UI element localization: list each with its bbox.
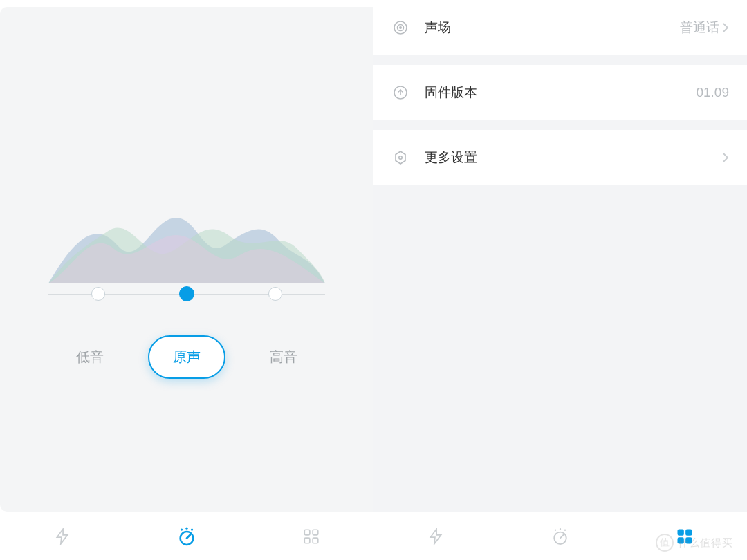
- arrow-up-circle-icon: [391, 84, 409, 102]
- row-label: 固件版本: [425, 84, 477, 102]
- row-label: 更多设置: [425, 149, 477, 167]
- svg-point-15: [560, 528, 561, 530]
- svg-rect-7: [313, 538, 318, 543]
- row-firmware[interactable]: 固件版本 01.09: [374, 65, 747, 120]
- tab-grid[interactable]: [674, 526, 695, 547]
- svg-rect-19: [678, 537, 684, 543]
- eq-button-original[interactable]: 原声: [148, 335, 225, 379]
- divider: [374, 55, 747, 65]
- settings-list: 声场 普通话 固件版本 01.09 更多设置: [374, 0, 747, 512]
- svg-point-12: [399, 156, 402, 159]
- slider-knob-bass[interactable]: [91, 287, 105, 301]
- slider-knob-original[interactable]: [179, 286, 194, 301]
- eq-wave-graphic: [48, 180, 325, 283]
- grid-icon: [675, 527, 694, 546]
- row-value: 普通话: [680, 19, 719, 37]
- eq-screen: 低音 原声 高音: [0, 7, 374, 512]
- row-more-settings[interactable]: 更多设置: [374, 130, 747, 185]
- chevron-right-icon: [722, 22, 729, 33]
- svg-rect-20: [685, 537, 692, 543]
- svg-point-10: [400, 27, 401, 28]
- left-panel: 低音 原声 高音: [0, 0, 374, 560]
- svg-rect-6: [304, 538, 310, 543]
- row-sound-field[interactable]: 声场 普通话: [374, 0, 747, 55]
- svg-rect-18: [685, 529, 692, 535]
- svg-point-14: [555, 529, 556, 530]
- right-panel: 声场 普通话 固件版本 01.09 更多设置: [374, 0, 747, 560]
- divider: [374, 120, 747, 130]
- hex-gear-icon: [391, 149, 409, 167]
- gauge-icon: [551, 527, 570, 546]
- grid-icon: [302, 528, 320, 545]
- eq-button-row: 低音 原声 高音: [0, 335, 374, 379]
- right-tabbar: [374, 512, 747, 560]
- svg-point-2: [185, 527, 187, 529]
- filler: [374, 185, 747, 512]
- bolt-icon: [53, 528, 71, 545]
- tab-grid[interactable]: [301, 526, 322, 547]
- tab-quick[interactable]: [425, 526, 446, 547]
- tab-quick[interactable]: [52, 526, 73, 547]
- eq-slider[interactable]: [48, 283, 325, 304]
- eq-button-bass[interactable]: 低音: [53, 337, 127, 377]
- slider-knob-treble[interactable]: [268, 287, 282, 301]
- svg-point-1: [181, 528, 183, 530]
- svg-rect-17: [678, 529, 684, 535]
- tab-eq[interactable]: [550, 526, 571, 547]
- row-label: 声场: [425, 19, 451, 37]
- svg-point-16: [564, 529, 566, 530]
- svg-rect-5: [313, 530, 318, 535]
- gauge-icon: [176, 526, 197, 547]
- svg-point-3: [191, 528, 193, 530]
- tab-eq[interactable]: [176, 526, 197, 547]
- left-tabbar: [0, 512, 374, 560]
- eq-button-treble[interactable]: 高音: [246, 337, 321, 377]
- chevron-right-icon: [722, 152, 729, 163]
- row-value: 01.09: [696, 85, 729, 100]
- target-icon: [391, 19, 409, 37]
- bolt-icon: [427, 528, 445, 545]
- svg-rect-4: [304, 530, 310, 535]
